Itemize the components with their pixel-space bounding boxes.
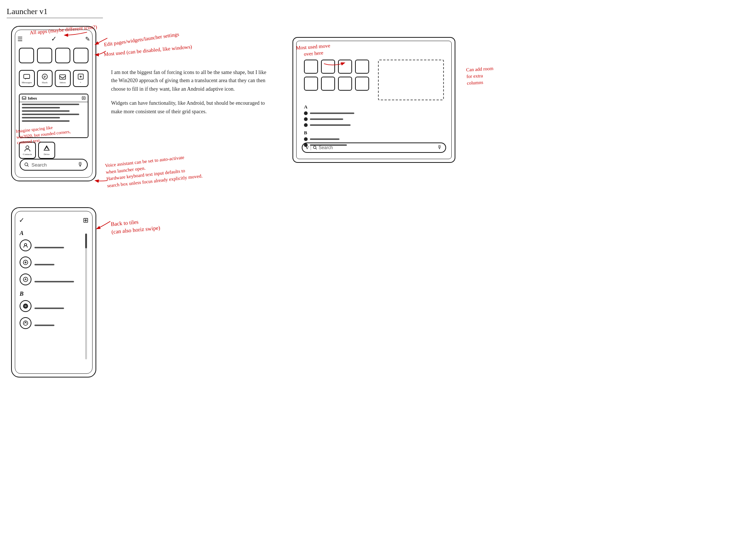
phone2-checkmark-icon: ✓ — [19, 216, 24, 224]
tablet-search-text: Search — [319, 145, 333, 150]
tablet-list-label-a: A — [304, 104, 444, 110]
tablet-mic-icon: 🎙 — [437, 145, 442, 151]
phone1-inner: ☰ ✓ ✎ Messages — [15, 30, 93, 178]
phone2-app-circle-1 — [20, 239, 31, 251]
phone2-section-a: A — [20, 230, 84, 236]
svg-point-8 — [313, 146, 316, 149]
phone2-scrollbar — [85, 234, 87, 359]
annotation-can-add-room: Can add room for extra columns — [466, 65, 494, 87]
phone2-item-lines-3 — [34, 276, 84, 282]
inbox-label: Inbox — [60, 81, 66, 84]
svg-point-1 — [42, 74, 47, 79]
tb-app-5 — [304, 77, 318, 91]
tablet-sketch: A B V | — [292, 37, 455, 163]
phone2-list-item-5 — [20, 317, 84, 329]
list-line-2 — [310, 118, 343, 120]
app-box-1 — [19, 48, 34, 63]
tablet-search-icon — [313, 145, 317, 150]
phone2-list-item-4 — [20, 300, 84, 312]
tb-app-2 — [321, 60, 335, 74]
phone2-app-circle-5 — [20, 317, 31, 329]
item-line-2a — [34, 259, 74, 262]
tb-app-4 — [355, 60, 369, 74]
phone-sketch-1: ☰ ✓ ✎ Messages — [11, 26, 96, 181]
phone2-section-b: B — [20, 291, 84, 297]
phone2-item-lines-1 — [34, 242, 84, 248]
item-line-2b — [34, 264, 54, 265]
inbox-widget-lines — [20, 102, 88, 123]
tb-app-7 — [338, 77, 352, 91]
phone1-search-bar[interactable]: Search 🎙 — [20, 159, 88, 171]
phone2-app-circle-4 — [20, 300, 31, 312]
body-text-2: Widgets can have functionality, like And… — [111, 99, 267, 116]
slack-app-icon: Slack — [37, 70, 53, 87]
add-label: + — [80, 81, 81, 84]
drive-label: Drive — [44, 153, 50, 156]
inbox-line-3 — [22, 110, 70, 112]
tablet-list-item-4 — [304, 137, 444, 141]
annotation-voice-assistant: Voice assistant can be set to auto-activ… — [105, 152, 203, 189]
phone1-apps-row1: Messages Slack Inbox — [19, 70, 88, 87]
messages-label: Messages — [22, 81, 32, 84]
phone2-app-list: A — [20, 230, 84, 334]
microphone-icon: 🎙 — [77, 161, 83, 168]
inbox-app-icon: Inbox — [55, 70, 71, 87]
annotation-edit-pages: Edit pages/widgets/launcher settings — [104, 31, 180, 48]
inbox-line-6 — [22, 120, 70, 122]
tablet-search-bar[interactable]: V | Search 🎙 — [302, 142, 446, 153]
inbox-line-1 — [22, 104, 79, 105]
tablet-search-v-icon: V — [305, 145, 309, 151]
app-box-3 — [55, 48, 70, 63]
phone2-app-circle-2 — [20, 256, 31, 268]
tablet-list-item-3 — [304, 123, 444, 127]
item-line-1a — [34, 242, 74, 245]
phone1-app-grid — [19, 48, 88, 63]
phone1-apps-row2: Contacts Drive — [19, 142, 55, 159]
list-dot-2 — [304, 117, 308, 121]
drive-app-icon: Drive — [38, 142, 55, 159]
phone2-grid-icon: ⊞ — [83, 216, 88, 224]
item-line-5a — [34, 320, 64, 323]
list-line-4 — [310, 138, 339, 140]
phone-sketch-2: ✓ ⊞ A — [11, 207, 96, 377]
phone1-inbox-widget: Inbox — [19, 94, 88, 138]
item-line-3b — [34, 281, 74, 282]
messages-app-icon: Messages — [19, 70, 35, 87]
body-text-1: I am not the biggest fan of forcing icon… — [111, 68, 267, 93]
svg-point-7 — [25, 163, 28, 166]
tablet-inner: A B V | — [296, 41, 452, 159]
tb-app-6 — [321, 77, 335, 91]
phone2-scrollbar-thumb — [85, 234, 87, 248]
add-app-icon: + — [73, 70, 89, 87]
slack-label: Slack — [42, 81, 48, 84]
svg-point-11 — [23, 277, 28, 282]
search-icon — [24, 162, 29, 167]
phone2-item-lines-4 — [34, 303, 84, 309]
inbox-widget-label: Inbox — [28, 96, 37, 100]
phone2-item-lines-2 — [34, 259, 84, 265]
app-box-2 — [37, 48, 52, 63]
contacts-app-icon: Contacts — [19, 142, 36, 159]
menu-icon: ☰ — [17, 36, 23, 43]
annotation-most-used: Most used (can be disabled, like windows… — [104, 44, 193, 58]
contacts-label: Contacts — [23, 153, 32, 156]
phone2-topbar: ✓ ⊞ — [19, 215, 88, 225]
page-title: Launcher v1 — [7, 7, 103, 18]
item-line-5b — [34, 325, 54, 326]
phone2-list-item-1 — [20, 239, 84, 251]
list-dot-4 — [304, 137, 308, 141]
svg-rect-0 — [24, 74, 30, 78]
svg-point-9 — [24, 244, 27, 246]
list-dot-3 — [304, 123, 308, 127]
tb-app-8 — [355, 77, 369, 91]
item-line-4b — [34, 308, 64, 309]
list-line-1 — [310, 113, 354, 114]
list-line-3 — [310, 124, 351, 126]
tablet-list-item-2 — [304, 117, 444, 121]
svg-point-6 — [26, 146, 29, 149]
annotation-back-to-tiles: Back to tiles (can also horiz swipe) — [110, 216, 160, 236]
list-dot-1 — [304, 111, 308, 115]
phone2-app-circle-3 — [20, 274, 31, 285]
tablet-list-label-b: B — [304, 130, 444, 136]
search-placeholder: Search — [31, 162, 47, 168]
